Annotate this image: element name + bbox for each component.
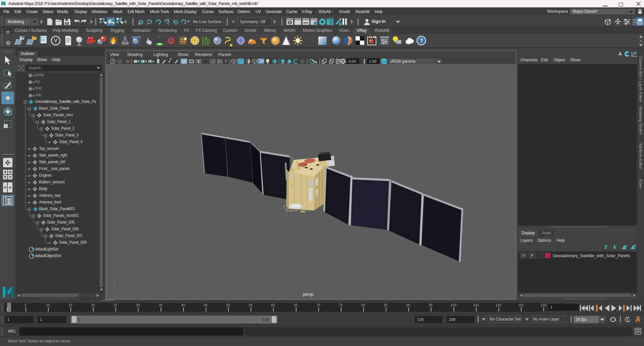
svg-text:?: ? [420, 38, 423, 44]
svg-text:z: z [110, 290, 111, 294]
svg-text:T: T [225, 59, 227, 64]
svg-text:x: x [119, 289, 121, 292]
svg-text:ON: ON [382, 60, 386, 63]
svg-text:IPR: IPR [304, 21, 308, 24]
svg-text:y: y [114, 283, 115, 286]
